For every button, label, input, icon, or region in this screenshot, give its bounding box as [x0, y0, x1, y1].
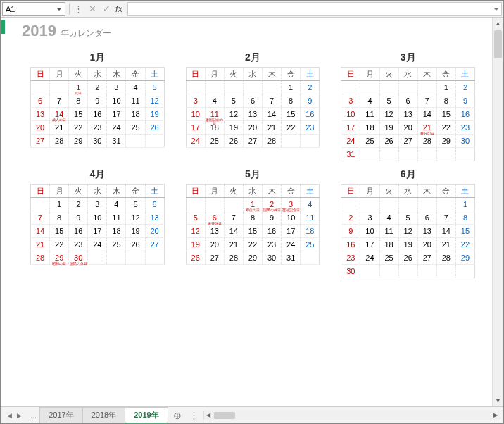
- name-box[interactable]: A1: [2, 2, 65, 16]
- weekday-header: 月: [205, 68, 224, 81]
- day-cell: 4: [205, 94, 224, 108]
- tab-nav-prev-icon[interactable]: ◀: [5, 411, 13, 420]
- day-cell: 28: [50, 135, 69, 148]
- day-cell: 15: [50, 225, 69, 238]
- scroll-up-icon[interactable]: ▲: [493, 18, 503, 29]
- formula-input[interactable]: [127, 2, 502, 16]
- day-cell: 30: [341, 265, 360, 278]
- sheet-tabs-bar: ◀ ▶ ... 2017年2018年2019年 ⊕ ⋮ ◀ ▶: [1, 406, 503, 423]
- month-label: 1月: [30, 51, 165, 64]
- day-cell: 16: [263, 225, 282, 238]
- weekday-header: 木: [107, 185, 126, 198]
- day-cell: 2: [88, 81, 107, 94]
- day-cell: 1元日: [69, 81, 88, 94]
- day-cell: [379, 81, 398, 94]
- weekday-header: 火: [224, 68, 243, 81]
- day-cell: 24: [360, 251, 379, 265]
- scroll-down-icon[interactable]: ▼: [493, 395, 503, 406]
- separator: [69, 4, 70, 15]
- day-cell: [301, 135, 320, 148]
- tab-overflow[interactable]: ...: [27, 411, 39, 420]
- day-cell: 9: [341, 225, 360, 238]
- day-cell: 17: [282, 225, 301, 238]
- day-cell: [398, 81, 417, 94]
- day-cell: 18: [301, 225, 320, 238]
- day-cell: [417, 265, 436, 278]
- day-cell: 21春分の日: [417, 121, 436, 135]
- sheet-tab-2018年[interactable]: 2018年: [82, 407, 125, 424]
- day-cell: 14: [263, 108, 282, 121]
- page-title: 2019 年カレンダー: [1, 18, 492, 43]
- day-cell: 7: [50, 94, 69, 108]
- day-cell: 20: [398, 121, 417, 135]
- weekday-header: 日: [31, 68, 50, 81]
- name-box-dropdown-icon[interactable]: [56, 8, 62, 11]
- sheet-tab-2019年[interactable]: 2019年: [125, 407, 168, 424]
- weekday-header: 水: [88, 68, 107, 81]
- day-cell: [379, 148, 398, 161]
- day-cell: [379, 265, 398, 278]
- day-cell: 4: [126, 81, 145, 94]
- weekday-header: 火: [69, 185, 88, 198]
- day-cell: 28: [417, 135, 436, 148]
- vertical-scrollbar[interactable]: ▲ ▼: [492, 18, 503, 406]
- day-cell: 1即位の日: [243, 198, 262, 211]
- row-select-marker: [1, 20, 5, 34]
- day-cell: 27: [145, 238, 164, 251]
- day-cell: 11: [360, 108, 379, 121]
- day-cell: 18: [205, 121, 224, 135]
- day-cell: 5: [398, 211, 417, 225]
- day-cell: 3: [341, 94, 360, 108]
- day-cell: [398, 198, 417, 211]
- day-cell: [301, 251, 320, 265]
- month-table: 日月火水木金土123456789101112131415161718192021…: [30, 184, 165, 265]
- weekday-header: 日: [31, 185, 50, 198]
- day-cell: [436, 148, 455, 161]
- day-cell: 19: [398, 238, 417, 251]
- day-cell: 27: [31, 135, 50, 148]
- day-cell: [455, 148, 474, 161]
- new-sheet-button[interactable]: ⊕: [168, 410, 187, 421]
- scroll-thumb[interactable]: [494, 30, 502, 58]
- day-cell: 22: [455, 238, 474, 251]
- day-cell: 3: [107, 81, 126, 94]
- day-cell: 11: [107, 211, 126, 225]
- day-cell: 30国民の休日: [69, 251, 88, 265]
- day-cell: 7: [417, 94, 436, 108]
- horizontal-scrollbar[interactable]: ◀ ▶: [203, 411, 500, 420]
- weekday-header: 金: [282, 185, 301, 198]
- month-label: 4月: [30, 168, 165, 181]
- more-icon: ⋮: [72, 4, 85, 14]
- day-cell: 14: [31, 225, 50, 238]
- day-cell: 11: [379, 225, 398, 238]
- hscroll-right-icon[interactable]: ▶: [491, 412, 500, 418]
- hscroll-left-icon[interactable]: ◀: [204, 412, 213, 418]
- day-cell: 14: [417, 108, 436, 121]
- day-cell: [417, 148, 436, 161]
- fx-icon[interactable]: fx: [113, 4, 125, 14]
- weekday-header: 月: [360, 68, 379, 81]
- day-cell: 5: [224, 94, 243, 108]
- month-table: 日月火水木金土1元日234567891011121314成人の日15161718…: [30, 67, 165, 148]
- day-cell: 25: [126, 121, 145, 135]
- day-cell: 24: [88, 238, 107, 251]
- day-cell: 25: [379, 251, 398, 265]
- day-cell: 9: [455, 94, 474, 108]
- month-label: 3月: [341, 51, 475, 64]
- sheet-content[interactable]: 2019 年カレンダー 1月日月火水木金土1元日2345678910111213…: [1, 18, 492, 406]
- weekday-header: 土: [455, 68, 474, 81]
- day-cell: 8: [243, 211, 262, 225]
- formula-expand-icon[interactable]: [493, 8, 499, 11]
- day-cell: 13: [398, 108, 417, 121]
- day-cell: [398, 265, 417, 278]
- day-cell: 21: [263, 121, 282, 135]
- day-cell: 31: [341, 148, 360, 161]
- day-cell: 1: [455, 198, 474, 211]
- day-cell: 13: [205, 225, 224, 238]
- sheet-tab-2017年[interactable]: 2017年: [39, 407, 82, 424]
- day-cell: 13: [243, 108, 262, 121]
- tab-nav-next-icon[interactable]: ▶: [15, 411, 23, 420]
- day-cell: 10: [341, 108, 360, 121]
- day-cell: 27: [205, 251, 224, 265]
- hscroll-thumb[interactable]: [214, 412, 235, 419]
